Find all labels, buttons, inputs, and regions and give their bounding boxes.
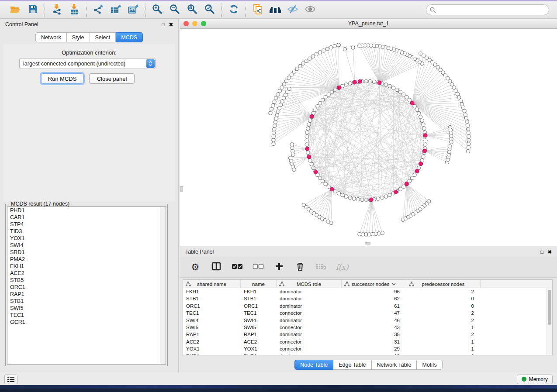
search-icon [430,7,436,13]
tab-network[interactable]: Network [35,32,67,42]
delete-row-button[interactable] [294,261,306,273]
tab-node-table[interactable]: Node Table [294,360,333,370]
mcds-result-node[interactable]: YOX1 [7,235,166,242]
table-row[interactable]: SWI4SWI4dominator462 [183,317,552,324]
mcds-result-node[interactable]: ACE2 [7,270,166,277]
desktop: Control Panel □ ✖ NetworkStyleSelectMCDS… [0,0,557,392]
network-canvas[interactable] [180,29,556,245]
deselect-all-button[interactable] [253,261,264,273]
table-scrollbar-thumb[interactable] [548,290,551,325]
settings-button[interactable]: ⚙ [190,261,201,273]
tab-style[interactable]: Style [67,32,90,42]
table-row[interactable]: SWI5SWI5connector431 [183,324,552,331]
tab-mcds[interactable]: MCDS [116,32,143,42]
zoom-fit-button[interactable] [185,3,200,17]
task-history-button[interactable] [4,375,17,384]
export-table-button[interactable] [108,3,123,17]
zoom-in-button[interactable] [150,3,165,17]
tab-edge-table[interactable]: Edge Table [333,360,371,370]
hide-selected-button[interactable] [285,3,300,17]
table-row[interactable]: PHD1PHD1dominator180 [183,353,552,355]
tab-motifs[interactable]: Motifs [417,360,442,370]
close-panel-icon[interactable]: ✖ [169,22,173,27]
mcds-result-scrollbar[interactable] [160,207,166,364]
table-cell: 46 [342,317,406,324]
mcds-result-node[interactable]: RAP1 [7,291,166,298]
column-header-mcds-role[interactable]: MCDS role [277,280,342,288]
table-cell: connector [277,324,342,331]
mcds-result-node[interactable]: SWI4 [7,242,166,249]
mcds-result-node[interactable]: GCR1 [7,319,166,326]
table-scrollbar[interactable] [547,288,552,355]
clone-network-icon [252,3,263,16]
criterion-dropdown[interactable]: largest connected component (undirected) [19,58,156,69]
memory-button[interactable]: Memory [517,375,553,384]
show-all-button[interactable] [303,3,318,17]
table-cell [481,338,552,345]
close-table-panel-icon[interactable]: ✖ [548,250,552,254]
table-row[interactable]: YOX1YOX1connector291 [183,345,552,352]
mcds-result-node[interactable]: TID3 [7,228,166,235]
tab-select[interactable]: Select [90,32,116,42]
toolbar-group [222,3,246,17]
mcds-result-node[interactable]: ORC1 [7,284,166,291]
export-network-button[interactable] [91,3,106,17]
clone-network-button[interactable] [250,3,265,17]
desktop-wallpaper [0,385,557,389]
search-input[interactable] [439,7,545,14]
table-cell: STB1 [183,295,241,302]
mcds-result-node[interactable]: TEC1 [7,312,166,319]
import-table-button[interactable] [67,3,82,17]
mcds-result-node[interactable]: STB5 [7,277,166,284]
table-cell: dominator [277,288,342,295]
table-cell [481,317,552,324]
table-row[interactable]: RAP1RAP1dominator352 [183,331,552,338]
column-header-name[interactable]: name [241,280,277,288]
zoom-selected-button[interactable] [202,3,217,17]
mcds-result-node[interactable]: SWI5 [7,305,166,312]
export-table-icon [110,3,122,16]
mcds-result-node[interactable]: STB1 [7,298,166,305]
horizontal-splitter-handle[interactable] [365,242,370,245]
run-mcds-button[interactable]: Run MCDS [41,73,83,84]
import-network-icon [51,3,62,16]
import-network-button[interactable] [49,3,64,17]
table-row[interactable]: FKH1FKH1dominator962 [183,288,552,295]
mcds-result-node[interactable]: FKH1 [7,263,166,270]
mcds-result-node[interactable]: CAR1 [7,214,166,221]
table-cell: connector [277,345,342,352]
table-tab-group: Node TableEdge TableNetwork TableMotifs [294,360,443,370]
first-neighbors-button[interactable] [268,3,283,17]
float-panel-icon[interactable]: □ [162,22,165,27]
mcds-result-list[interactable]: PHD1CAR1STP4TID3YOX1SWI4SRD1PMA2FKH1ACE2… [7,206,166,364]
column-header-shared-name[interactable]: shared name [183,280,241,288]
mcds-result-node[interactable]: STP4 [7,221,166,228]
mcds-result-node[interactable]: SRD1 [7,249,166,256]
network-window: YPA_prune.txt_1 [180,19,557,246]
tab-network-table[interactable]: Network Table [372,360,417,370]
table-cell [481,309,552,316]
select-all-button[interactable] [232,261,243,273]
column-header-predecessor-nodes[interactable]: predecessor nodes [406,280,481,288]
zoom-out-button[interactable] [167,3,182,17]
table-row[interactable]: TEC1TEC1connector472 [183,309,552,316]
column-label: name [252,282,265,287]
save-button[interactable] [25,3,40,17]
export-image-button[interactable] [126,3,141,17]
table-row[interactable]: STB1STB1dominator620 [183,295,552,302]
column-header-successor-nodes[interactable]: successor nodes [342,280,406,288]
refresh-button[interactable] [226,3,241,17]
table-row[interactable]: ACE2ACE2connector311 [183,338,552,345]
columns-button[interactable] [211,261,222,273]
vertical-splitter-handle[interactable] [180,186,183,192]
float-table-panel-icon[interactable]: □ [540,250,543,254]
add-row-button[interactable] [273,261,285,273]
memory-status-icon [522,377,526,382]
fx-label: f(x) [336,263,348,272]
open-button[interactable] [8,3,23,17]
close-panel-button[interactable]: Close panel [89,73,135,84]
mcds-result-node[interactable]: PMA2 [7,256,166,263]
mcds-result-node[interactable]: PHD1 [7,207,166,214]
table-row[interactable]: ORC1ORC1dominator610 [183,303,552,309]
table-cell: 1 [406,345,481,352]
